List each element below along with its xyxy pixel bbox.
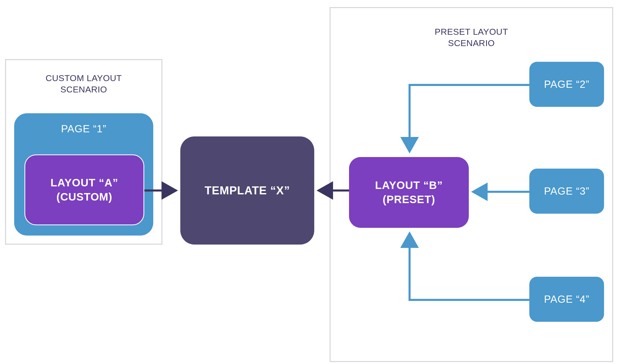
layout-a-label-line1: LAYOUT “A” [50, 176, 118, 190]
template-x-label: TEMPLATE “X” [205, 184, 290, 197]
page-4-label: PAGE “4” [544, 293, 589, 305]
custom-scenario-label-line1: CUSTOM LAYOUT [46, 73, 122, 83]
layout-b-label-line1: LAYOUT “B” [375, 178, 443, 193]
diagram-canvas: CUSTOM LAYOUT SCENARIO PRESET LAYOUT SCE… [0, 0, 620, 364]
layout-a-box: LAYOUT “A” (CUSTOM) [24, 154, 144, 225]
page-2-box: PAGE “2” [529, 62, 604, 107]
layout-b-label-line2: (PRESET) [383, 193, 435, 207]
page-3-box: PAGE “3” [529, 169, 604, 214]
layout-a-label-line2: (CUSTOM) [56, 190, 112, 204]
preset-scenario-label: PRESET LAYOUT SCENARIO [330, 26, 612, 49]
page-1-label: PAGE “1” [61, 123, 106, 135]
template-x-box: TEMPLATE “X” [180, 136, 314, 245]
preset-scenario-label-line1: PRESET LAYOUT [435, 27, 508, 37]
layout-b-box: LAYOUT “B” (PRESET) [349, 157, 469, 228]
preset-scenario-label-line2: SCENARIO [448, 38, 495, 48]
page-4-box: PAGE “4” [529, 277, 604, 322]
custom-scenario-label: CUSTOM LAYOUT SCENARIO [6, 72, 162, 95]
custom-scenario-label-line2: SCENARIO [60, 84, 107, 94]
page-2-label: PAGE “2” [544, 79, 589, 90]
page-3-label: PAGE “3” [544, 185, 589, 197]
